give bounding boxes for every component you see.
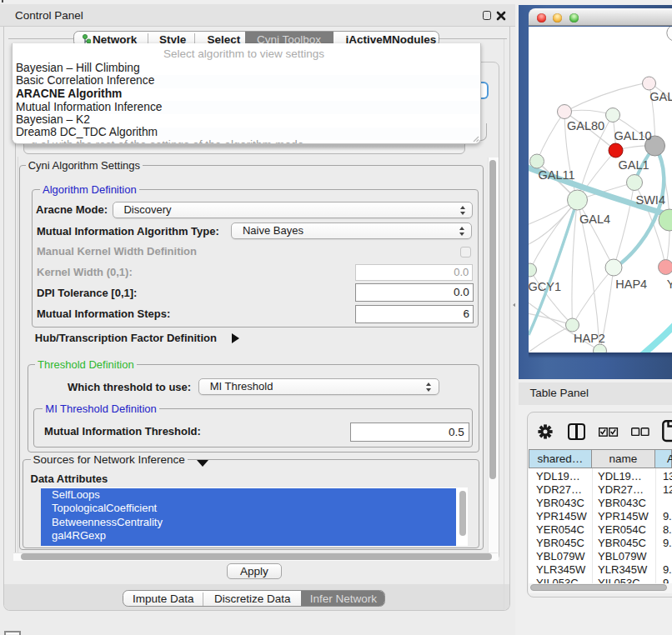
svg-text:GAL80: GAL80 (567, 119, 604, 132)
svg-text:GAL1: GAL1 (619, 158, 649, 172)
svg-text:Y: Y (667, 278, 672, 291)
svg-text:HAP4: HAP4 (615, 278, 647, 291)
svg-text:GAL7: GAL7 (649, 90, 672, 103)
svg-text:HAP2: HAP2 (574, 332, 605, 345)
svg-text:GAL10: GAL10 (614, 129, 652, 142)
svg-text:GCY1: GCY1 (529, 280, 561, 293)
svg-text:SWI4: SWI4 (636, 193, 665, 207)
svg-text:GAL4: GAL4 (579, 212, 610, 226)
svg-text:GAL11: GAL11 (539, 168, 575, 182)
